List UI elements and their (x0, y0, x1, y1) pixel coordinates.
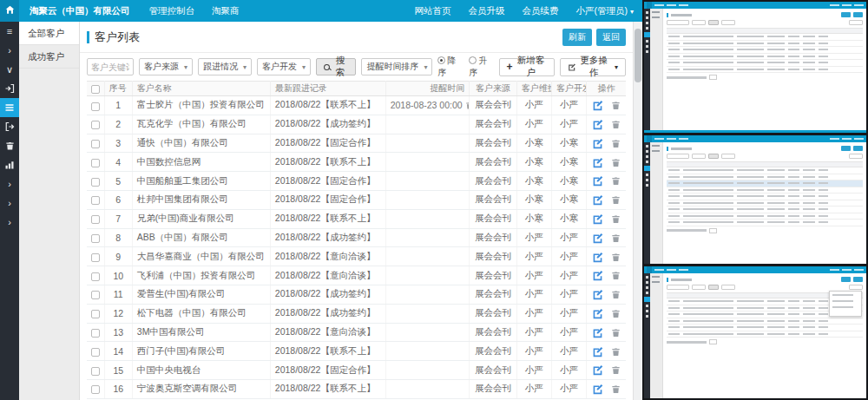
edit-icon[interactable] (592, 194, 603, 206)
home-icon (5, 5, 15, 17)
preview-thumbnail-2[interactable] (644, 135, 866, 264)
mini-search-button (708, 20, 719, 25)
preview-thumbnail-1[interactable] (644, 2, 866, 133)
edit-icon[interactable] (592, 384, 603, 395)
edit-icon[interactable] (592, 119, 603, 130)
user-menu[interactable]: 小严(管理员)▾ (567, 0, 642, 23)
trash-icon[interactable] (0, 136, 19, 155)
add-customer-button[interactable]: +新增客户 (499, 58, 555, 76)
delete-icon[interactable] (611, 384, 621, 395)
develop-select[interactable]: 客户开发▾ (257, 58, 311, 75)
edit-icon[interactable] (592, 138, 603, 149)
preview-thumbnail-3[interactable] (644, 266, 866, 398)
scrollbar-thumb[interactable] (635, 29, 641, 82)
topbar-nav-console[interactable]: 管理控制台 (141, 0, 204, 22)
row-checkbox[interactable] (91, 196, 100, 205)
edit-icon[interactable] (592, 327, 603, 338)
delete-icon[interactable] (611, 100, 621, 111)
edit-icon[interactable] (592, 270, 603, 281)
mini-button (849, 285, 863, 290)
more-actions-button[interactable]: 更多操作▾ (560, 58, 626, 76)
select-all-checkbox[interactable] (91, 85, 100, 94)
sort-select[interactable]: 提醒时间排序▾ (361, 58, 432, 75)
keyword-input[interactable] (87, 58, 134, 75)
delete-icon[interactable] (611, 270, 621, 281)
delete-icon[interactable] (611, 289, 621, 300)
edit-icon[interactable] (592, 157, 603, 168)
delete-icon[interactable] (611, 194, 621, 206)
delete-icon[interactable] (611, 119, 621, 130)
search-button[interactable]: 搜索 (316, 58, 356, 75)
delete-icon[interactable] (611, 346, 621, 357)
mini-cell-text (788, 169, 799, 171)
sort-asc-radio[interactable]: 升序 (469, 55, 493, 79)
sidebar-item-success-customers[interactable]: 成功客户 (19, 45, 79, 69)
delete-icon[interactable] (611, 233, 621, 244)
edit-icon[interactable] (592, 308, 603, 319)
delete-icon[interactable] (611, 308, 621, 319)
edit-icon[interactable] (592, 289, 603, 300)
chevron-right-icon[interactable]: › (0, 41, 19, 60)
edit-icon[interactable] (592, 252, 603, 263)
row-checkbox[interactable] (91, 329, 100, 338)
delete-icon[interactable] (611, 138, 621, 149)
followup-select[interactable]: 跟进情况▾ (198, 58, 252, 75)
delete-icon[interactable] (611, 175, 621, 187)
delete-icon[interactable] (611, 252, 621, 263)
chart-icon[interactable] (0, 155, 19, 174)
row-checkbox[interactable] (91, 102, 100, 111)
row-checkbox[interactable] (91, 385, 100, 394)
remove-reminder-icon[interactable] (465, 101, 470, 110)
customer-source: 展会会刊 (470, 379, 516, 398)
row-checkbox[interactable] (91, 121, 100, 129)
sort-desc-radio[interactable]: 降序 (437, 55, 462, 79)
row-checkbox[interactable] (91, 272, 100, 281)
row-checkbox[interactable] (91, 253, 100, 262)
company-name[interactable]: 淘聚云（中国）有限公司 (19, 0, 141, 22)
row-checkbox[interactable] (91, 348, 100, 357)
menu-icon[interactable]: ≡ (0, 22, 19, 41)
refresh-button[interactable]: 刷新 (562, 29, 592, 46)
delete-icon[interactable] (611, 213, 621, 225)
delete-icon[interactable] (611, 364, 621, 376)
row-checkbox[interactable] (91, 140, 100, 148)
source-select[interactable]: 客户来源▾ (139, 58, 193, 75)
row-checkbox[interactable] (91, 291, 100, 299)
edit-icon[interactable] (592, 346, 603, 357)
edit-icon[interactable] (592, 364, 603, 376)
back-button[interactable]: 返回 (596, 29, 626, 46)
delete-icon[interactable] (611, 157, 621, 168)
mini-home-icon (647, 135, 652, 142)
edit-icon[interactable] (592, 213, 603, 225)
mini-cell-text (767, 307, 785, 309)
mini-sidebar-icon (646, 16, 648, 19)
customer-list-icon[interactable] (0, 98, 19, 117)
chevron-right-icon[interactable]: › (0, 174, 19, 193)
row-checkbox[interactable] (91, 310, 100, 318)
login-icon[interactable] (0, 79, 19, 98)
edit-icon[interactable] (592, 233, 603, 244)
chevron-right-icon[interactable]: › (0, 193, 19, 213)
row-checkbox[interactable] (91, 159, 100, 167)
topbar-site-home[interactable]: 网站首页 (405, 0, 459, 23)
topbar-member-upgrade[interactable]: 会员升级 (459, 0, 513, 23)
row-checkbox[interactable] (91, 215, 100, 224)
edit-icon[interactable] (592, 175, 603, 187)
home-button[interactable] (0, 0, 19, 22)
chevron-down-icon: ▾ (184, 63, 187, 71)
edit-icon[interactable] (592, 100, 603, 111)
delete-icon[interactable] (611, 327, 621, 338)
topbar-member-renew[interactable]: 会员续费 (513, 0, 567, 23)
sidebar-item-all-customers[interactable]: 全部客户 (19, 22, 79, 45)
row-checkbox[interactable] (91, 367, 100, 376)
main-scrollbar[interactable] (633, 22, 642, 400)
row-checkbox[interactable] (91, 234, 100, 243)
mini-cell-text (683, 62, 733, 63)
logout-icon[interactable] (0, 117, 19, 136)
mini-cell-text (668, 49, 680, 50)
row-checkbox[interactable] (91, 178, 100, 187)
topbar-nav-shop[interactable]: 淘聚商 (203, 0, 248, 22)
mini-cell-text (683, 189, 733, 191)
chevron-right-icon[interactable]: › (0, 213, 19, 232)
chevron-down-icon[interactable]: ∨ (0, 60, 19, 79)
